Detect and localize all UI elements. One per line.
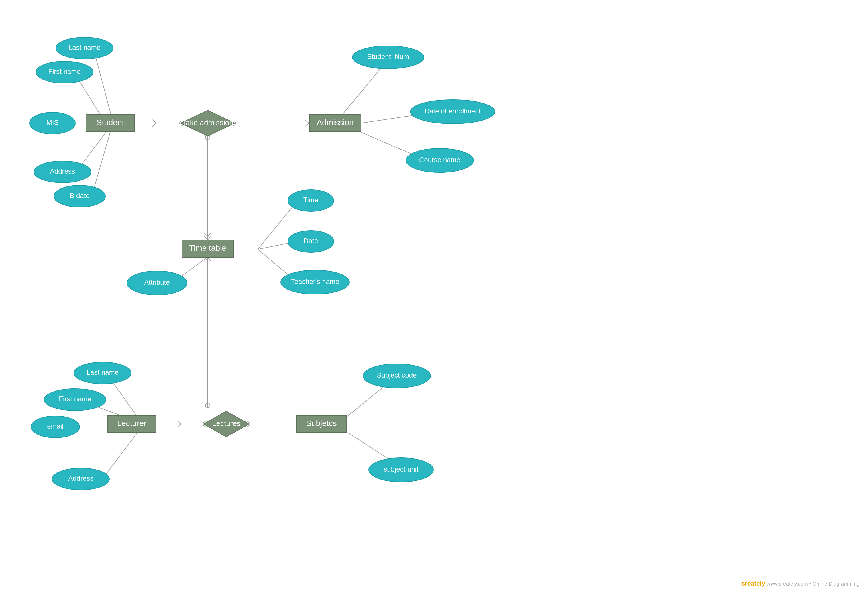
svg-line-22 [208,233,211,237]
attr-mis-label: MIS [46,119,59,126]
attr-last-name-student-label: Last name [68,44,100,51]
rel-take-admission-label: Take admission [182,118,233,127]
attr-last-name-lecturer-label: Last name [87,369,119,376]
attr-email-label: email [47,422,63,430]
attr-date-enrollment-label: Date of enrollment [425,107,481,115]
entity-admission-label: Admission [317,118,353,127]
attr-first-name-lecturer-label: First name [59,395,91,403]
attr-address-student-label: Address [50,167,75,175]
svg-line-13 [305,123,309,127]
attr-subject-unit-label: subject unit [384,465,419,473]
svg-line-6 [152,120,156,123]
rel-lectures-label: Lectures [212,419,241,428]
svg-line-19 [204,236,208,240]
entity-student-label: Student [96,118,124,127]
attr-teacher-name-label: Teacher's name [291,277,340,285]
attr-bdate-label: B date [69,192,89,199]
entity-subjetcs-label: Subjetcs [306,419,337,428]
attr-date-label: Date [304,237,318,245]
entity-lecturer-label: Lecturer [117,419,147,428]
attr-student-num-label: Student_Num [367,53,409,60]
attr-course-name-label: Course name [419,156,461,164]
attr-first-name-student-label: First name [48,68,81,75]
attr-attribute-label: Attribute [144,279,170,286]
svg-line-7 [152,123,156,127]
svg-line-4 [92,132,110,196]
svg-line-0 [94,53,112,118]
svg-line-33 [177,424,181,428]
svg-line-14 [342,65,384,115]
watermark: creately www.creately.com • Online Diagr… [741,580,859,587]
attr-time-label: Time [303,196,318,204]
svg-line-42 [102,432,137,480]
attr-address-lecturer-label: Address [68,474,93,482]
entity-timetable-label: Time table [189,243,226,252]
svg-line-29 [208,258,211,261]
er-diagram: Student Admission Time table Lecturer Su… [0,0,868,593]
watermark-brand: creately [741,580,765,587]
svg-line-32 [177,420,181,424]
attr-subject-code-label: Subject code [377,371,417,379]
svg-line-20 [208,236,211,240]
svg-line-21 [204,233,208,237]
svg-line-12 [305,120,309,123]
watermark-text: www.creately.com • Online Diagramming [766,581,859,587]
